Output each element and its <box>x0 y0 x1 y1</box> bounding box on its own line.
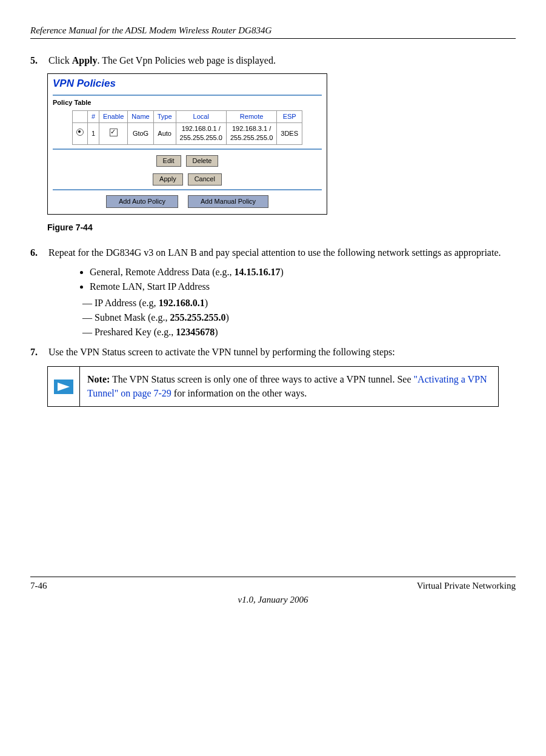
table-header-row: # Enable Name Type Local Remote ESP <box>72 110 302 122</box>
step-6: 6. Repeat for the DG834G v3 on LAN B and… <box>30 246 516 259</box>
edit-button[interactable]: Edit <box>156 155 181 167</box>
page-number: 7-46 <box>30 580 47 592</box>
table-row: 1 GtoG Auto 192.168.0.1 /255.255.255.0 1… <box>72 122 302 144</box>
text-part: General, Remote Address Data (e.g., <box>90 267 235 277</box>
text-part: ) <box>205 298 208 308</box>
text-part: ) <box>215 327 218 337</box>
col-local: Local <box>176 110 226 122</box>
checkbox-icon <box>110 129 118 136</box>
step-text: Repeat for the DG834G v3 on LAN B and pa… <box>48 246 516 259</box>
bold-value: 12345678 <box>176 327 215 337</box>
col-esp: ESP <box>277 110 302 122</box>
ip: 192.168.0.1 / <box>182 125 221 132</box>
step-text: Use the VPN Status screen to activate th… <box>48 346 516 359</box>
button-row-3: Add Auto Policy Add Manual Policy <box>48 192 327 214</box>
doc-header-title: Reference Manual for the ADSL Modem Wire… <box>30 24 516 37</box>
footer-row: 7-46 Virtual Private Networking <box>30 580 516 592</box>
version-info: v1.0, January 2006 <box>30 594 516 606</box>
cell-name: GtoG <box>128 122 153 144</box>
col-num: # <box>87 110 99 122</box>
text-part: Preshared Key (e.g., <box>95 327 176 337</box>
text-part: . The Get Vpn Policies web page is displ… <box>97 55 275 65</box>
step-5: 5. Click Apply. The Get Vpn Policies web… <box>30 54 516 67</box>
list-item: Remote LAN, Start IP Address <box>90 280 516 293</box>
mask: 255.255.255.0 <box>230 134 273 141</box>
dash-list: IP Address (e.g, 192.168.0.1) Subnet Mas… <box>82 296 516 340</box>
page-footer: 7-46 Virtual Private Networking v1.0, Ja… <box>30 577 516 606</box>
cell-remote: 192.168.3.1 /255.255.255.0 <box>226 122 276 144</box>
ip: 192.168.3.1 / <box>232 125 271 132</box>
button-row-2: Apply Cancel <box>48 169 327 187</box>
policy-table-label: Policy Table <box>48 97 327 109</box>
apply-button[interactable]: Apply <box>153 173 183 185</box>
col-type: Type <box>153 110 176 122</box>
col-enable: Enable <box>99 110 128 122</box>
bold-value: 14.15.16.17 <box>235 267 281 277</box>
note-label: Note: <box>87 374 110 384</box>
mask: 255.255.255.0 <box>180 134 222 141</box>
figure-container: VPN Policies Policy Table # Enable Name … <box>47 73 516 215</box>
add-manual-policy-button[interactable]: Add Manual Policy <box>188 195 268 208</box>
col-remote: Remote <box>226 110 276 122</box>
note-text: Note: The VPN Status screen is only one … <box>80 367 498 406</box>
text-part: ) <box>281 267 284 277</box>
bold-value: 192.168.0.1 <box>159 298 205 308</box>
vpn-policies-screenshot: VPN Policies Policy Table # Enable Name … <box>47 73 327 215</box>
cancel-button[interactable]: Cancel <box>188 173 222 185</box>
list-item: General, Remote Address Data (e.g., 14.1… <box>90 266 516 279</box>
divider <box>53 149 322 150</box>
vpn-policies-title: VPN Policies <box>48 74 327 93</box>
footer-rule <box>30 577 516 577</box>
arrow-icon <box>54 380 73 394</box>
bullet-list: General, Remote Address Data (e.g., 14.1… <box>65 266 516 294</box>
note-box: Note: The VPN Status screen is only one … <box>47 366 499 407</box>
text-part: ) <box>225 312 228 323</box>
figure-label: Figure 7-44 <box>47 222 516 234</box>
cell-num: 1 <box>87 122 99 144</box>
step-text: Click Apply. The Get Vpn Policies web pa… <box>48 54 516 67</box>
divider <box>53 189 322 190</box>
step-num: 7. <box>30 346 48 359</box>
step-7: 7. Use the VPN Status screen to activate… <box>30 346 516 359</box>
text-part: The VPN Status screen is only one of thr… <box>110 374 413 384</box>
cell-type: Auto <box>153 122 176 144</box>
section-name: Virtual Private Networking <box>417 580 516 592</box>
col-radio <box>72 110 87 122</box>
col-name: Name <box>128 110 153 122</box>
cell-local: 192.168.0.1 /255.255.255.0 <box>176 122 226 144</box>
divider <box>53 95 322 96</box>
cell-esp: 3DES <box>277 122 302 144</box>
text-part: Subnet Mask (e.g., <box>95 312 170 323</box>
policy-table: # Enable Name Type Local Remote ESP 1 Gt… <box>72 110 302 145</box>
add-auto-policy-button[interactable]: Add Auto Policy <box>106 195 178 208</box>
list-item: Subnet Mask (e.g., 255.255.255.0) <box>82 311 516 324</box>
text-part: IP Address (e.g, <box>95 298 159 308</box>
bold-word: Apply <box>72 55 98 65</box>
list-item: IP Address (e.g, 192.168.0.1) <box>82 296 516 310</box>
list-item: Preshared Key (e.g., 12345678) <box>82 326 516 339</box>
step-num: 6. <box>30 246 48 259</box>
text-part: for information on the other ways. <box>171 388 307 398</box>
step-num: 5. <box>30 54 48 67</box>
button-row-1: Edit Delete <box>48 151 327 169</box>
checkbox-cell[interactable] <box>99 122 128 144</box>
note-icon-cell <box>48 367 80 406</box>
radio-icon <box>76 129 84 136</box>
radio-cell[interactable] <box>72 122 87 144</box>
header-rule <box>30 38 516 39</box>
delete-button[interactable]: Delete <box>186 155 219 167</box>
text-part: Click <box>48 55 72 65</box>
bold-value: 255.255.255.0 <box>170 312 225 323</box>
